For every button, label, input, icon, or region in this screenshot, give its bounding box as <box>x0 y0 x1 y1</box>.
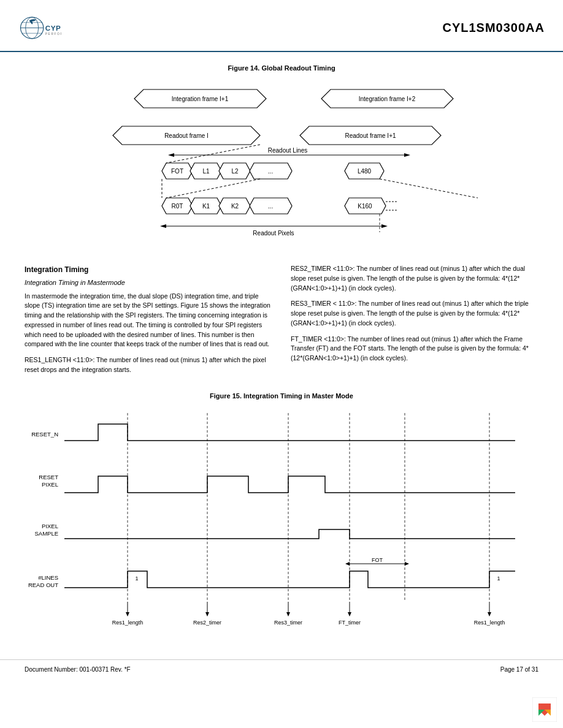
svg-line-45 <box>166 179 260 198</box>
col-left: Integration Timing Integration Timing in… <box>25 264 272 381</box>
svg-text:Res1_length: Res1_length <box>112 620 144 626</box>
text-columns: Integration Timing Integration Timing in… <box>25 264 538 381</box>
svg-marker-47 <box>160 224 166 228</box>
svg-text:Integration frame I+2: Integration frame I+2 <box>359 96 416 102</box>
svg-text:FOT: FOT <box>372 557 383 563</box>
ft-text: FT_TIMER <11:0>: The number of lines rea… <box>291 335 538 363</box>
svg-text:PIXEL: PIXEL <box>42 523 58 529</box>
svg-marker-16 <box>168 153 174 157</box>
svg-text:Readout frame I+1: Readout frame I+1 <box>345 132 396 139</box>
svg-text:FT_timer: FT_timer <box>339 620 361 626</box>
integration-heading: Integration Timing <box>25 264 272 275</box>
integration-sub-heading: Integration Timing in Mastermode <box>25 278 272 288</box>
cypress-mark-icon <box>532 697 557 722</box>
svg-text:Readout Pixels: Readout Pixels <box>253 230 294 237</box>
svg-marker-66 <box>405 562 409 566</box>
svg-text:1: 1 <box>135 575 138 582</box>
svg-text:...: ... <box>268 168 273 175</box>
svg-text:...: ... <box>268 203 273 210</box>
svg-marker-79 <box>348 612 351 616</box>
svg-text:Readout frame I: Readout frame I <box>164 132 209 139</box>
svg-marker-17 <box>404 153 410 157</box>
svg-text:K160: K160 <box>358 203 372 210</box>
global-readout-timing-svg: Integration frame I+1 Integration frame … <box>48 80 515 252</box>
svg-text:L1: L1 <box>202 168 210 175</box>
svg-text:Res1_length: Res1_length <box>474 620 505 626</box>
part-number: CYL1SM0300AA <box>442 21 545 35</box>
svg-text:PERFORM: PERFORM <box>45 32 61 36</box>
header: CYPRESS PERFORM CYL1SM0300AA <box>0 0 563 52</box>
svg-text:RESET_N: RESET_N <box>31 431 58 438</box>
waveform-svg: RESET_N RESET PIXEL PIXEL SAMPLE #LINES … <box>25 407 540 628</box>
res3-text: RES3_TIMER < 11:0>: The number of lines … <box>291 299 538 328</box>
svg-text:Res2_timer: Res2_timer <box>193 620 221 626</box>
svg-marker-65 <box>345 562 350 566</box>
svg-line-29 <box>166 145 260 163</box>
svg-text:K2: K2 <box>231 203 239 210</box>
svg-text:K1: K1 <box>202 203 210 210</box>
svg-text:PIXEL: PIXEL <box>42 481 58 488</box>
integration-body: In mastermode the integration time, the … <box>25 292 272 350</box>
svg-line-30 <box>380 179 478 198</box>
main-content: Figure 14. Global Readout Timing Integra… <box>0 52 563 653</box>
cypress-logo-icon: CYPRESS PERFORM <box>18 11 61 45</box>
footer: Document Number: 001-00371 Rev. *F Page … <box>0 659 563 679</box>
svg-text:Integration frame I+1: Integration frame I+1 <box>172 96 229 102</box>
svg-text:READ OUT: READ OUT <box>28 582 58 588</box>
figure15-diagram: RESET_N RESET PIXEL PIXEL SAMPLE #LINES … <box>25 407 538 629</box>
doc-number: Document Number: 001-00371 Rev. *F <box>25 666 131 673</box>
col-right: RES2_TIMER <11:0>: The number of lines r… <box>291 264 538 381</box>
svg-marker-73 <box>205 612 209 616</box>
svg-marker-76 <box>286 612 290 616</box>
page-number: Page 17 of 31 <box>500 666 538 673</box>
svg-text:CYPRESS: CYPRESS <box>45 24 61 32</box>
figure14-diagram: Integration frame I+1 Integration frame … <box>25 80 538 252</box>
bottom-right-logo <box>532 697 557 722</box>
svg-marker-70 <box>126 612 129 616</box>
svg-text:1: 1 <box>497 575 500 582</box>
svg-text:L2: L2 <box>231 168 239 175</box>
svg-text:FOT: FOT <box>171 168 183 175</box>
svg-text:RESET: RESET <box>39 474 58 480</box>
svg-text:SAMPLE: SAMPLE <box>34 530 58 537</box>
logo-area: CYPRESS PERFORM <box>18 11 61 45</box>
figure15-title: Figure 15. Integration Timing in Master … <box>25 392 538 400</box>
res2-text: RES2_TIMER <11:0>: The number of lines r… <box>291 264 538 293</box>
svg-text:Readout Lines: Readout Lines <box>268 147 308 154</box>
svg-text:L480: L480 <box>358 168 372 175</box>
figure14-title: Figure 14. Global Readout Timing <box>25 64 538 72</box>
svg-marker-82 <box>488 612 491 616</box>
svg-text:R0T: R0T <box>172 203 183 210</box>
svg-text:#LINES: #LINES <box>38 574 58 581</box>
svg-marker-48 <box>381 224 388 228</box>
res1-text: RES1_LENGTH <11:0>: The number of lines … <box>25 355 272 375</box>
svg-text:Res3_timer: Res3_timer <box>274 620 302 626</box>
